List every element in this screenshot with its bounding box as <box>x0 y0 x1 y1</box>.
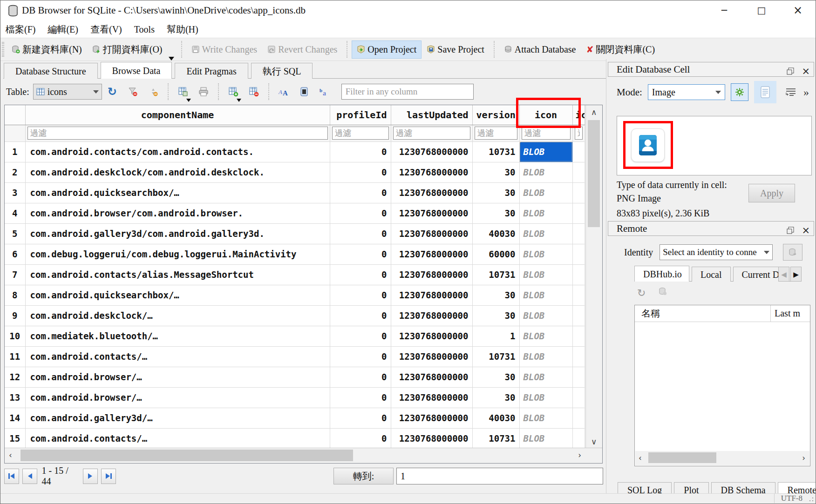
close-database-button[interactable]: ✘ 關閉資料庫(C) <box>581 40 660 60</box>
auto-update-button[interactable] <box>731 83 748 101</box>
cell-componentName[interactable]: com.android.contacts/alias.MessageShortc… <box>25 264 330 285</box>
filter-icon-input[interactable] <box>522 127 571 140</box>
print-button[interactable] <box>197 86 210 98</box>
cell-icon-blob[interactable]: BLOB <box>519 305 572 326</box>
cell-version[interactable]: 1 <box>472 326 519 346</box>
filter-partial-input[interactable] <box>575 127 583 140</box>
insert-record-button[interactable] <box>227 86 239 98</box>
cell-partial[interactable] <box>572 285 585 305</box>
cell-componentName[interactable]: com.debug.loggerui/com.debug.loggerui.Ma… <box>25 244 330 264</box>
cell-componentName[interactable]: com.android.quicksearchbox/… <box>25 182 330 203</box>
goto-input[interactable] <box>396 468 603 484</box>
scroll-right-icon[interactable]: › <box>802 453 805 463</box>
cell-icon-blob[interactable]: BLOB <box>519 428 572 449</box>
cell-icon-blob[interactable]: BLOB <box>519 141 572 162</box>
cell-profileId[interactable]: 0 <box>330 387 391 408</box>
cell-version[interactable]: 30 <box>472 367 519 387</box>
cell-icon-blob[interactable]: BLOB <box>519 223 572 244</box>
cell-componentName[interactable]: com.android.contacts/… <box>25 428 330 449</box>
cell-lastUpdated[interactable]: 1230768000000 <box>391 387 472 408</box>
cell-componentName[interactable]: com.android.browser/… <box>25 367 330 387</box>
save-results-button[interactable] <box>177 86 189 98</box>
cell-icon-blob[interactable]: BLOB <box>519 408 572 428</box>
cell-profileId[interactable]: 0 <box>330 162 391 182</box>
apply-button[interactable]: Apply <box>748 184 795 202</box>
open-project-button[interactable]: Open Project <box>352 40 422 59</box>
cell-componentName[interactable]: com.android.deskclock/… <box>25 305 330 326</box>
write-changes-button[interactable]: Write Changes <box>186 40 263 59</box>
cell-lastUpdated[interactable]: 1230768000000 <box>391 203 472 223</box>
cell-lastUpdated[interactable]: 1230768000000 <box>391 162 472 182</box>
cell-partial[interactable] <box>572 408 585 428</box>
word-wrap-button[interactable] <box>782 83 800 101</box>
cell-lastUpdated[interactable]: 1230768000000 <box>391 326 472 346</box>
cell-version[interactable]: 30 <box>472 387 519 408</box>
new-database-button[interactable]: 新建資料庫(N) <box>7 40 87 60</box>
cell-version[interactable]: 30 <box>472 203 519 223</box>
cell-profileId[interactable]: 0 <box>330 326 391 346</box>
cell-componentName[interactable]: com.android.quicksearchbox/… <box>25 285 330 305</box>
save-results-dropdown-icon[interactable] <box>186 99 191 102</box>
float-panel-icon[interactable] <box>787 67 794 75</box>
cell-lastUpdated[interactable]: 1230768000000 <box>391 408 472 428</box>
cell-profileId[interactable]: 0 <box>330 264 391 285</box>
mode-selector[interactable]: Image <box>648 84 725 100</box>
cell-partial[interactable] <box>572 162 585 182</box>
modified-column-header[interactable]: Last m <box>771 305 800 322</box>
cell-profileId[interactable]: 0 <box>330 141 391 162</box>
identity-selector[interactable]: Select an identity to conne <box>660 244 773 260</box>
cell-version[interactable]: 60000 <box>472 244 519 264</box>
revert-changes-button[interactable]: Revert Changes <box>262 40 342 59</box>
next-record-button[interactable] <box>83 469 98 484</box>
cell-partial[interactable] <box>572 141 585 162</box>
horizontal-scrollbar[interactable]: ‹ › <box>5 448 602 463</box>
filter-componentName-input[interactable] <box>27 127 328 140</box>
remote-refresh-icon[interactable]: ↻ <box>637 287 646 299</box>
previous-record-button[interactable] <box>22 469 37 484</box>
scroll-down-icon[interactable]: ∨ <box>591 437 597 446</box>
column-header-componentName[interactable]: componentName <box>25 105 330 125</box>
menu-edit[interactable]: 編輯(E) <box>42 21 83 38</box>
cell-profileId[interactable]: 0 <box>330 408 391 428</box>
tab-dbhub[interactable]: DBHub.io <box>634 266 689 282</box>
scroll-right-icon[interactable]: › <box>578 450 581 460</box>
cell-profileId[interactable]: 0 <box>330 285 391 305</box>
cell-profileId[interactable]: 0 <box>330 244 391 264</box>
cell-icon-blob[interactable]: BLOB <box>519 326 572 346</box>
cell-lastUpdated[interactable]: 1230768000000 <box>391 141 472 162</box>
minimize-button[interactable]: ─ <box>711 0 737 20</box>
tab-execute-sql[interactable]: 執行 SQL <box>251 63 313 79</box>
refresh-button[interactable]: ↻ <box>106 86 118 98</box>
cell-version[interactable]: 30 <box>472 162 519 182</box>
column-header-lastUpdated[interactable]: lastUpdated <box>391 105 472 125</box>
cell-partial[interactable] <box>572 346 585 367</box>
maximize-button[interactable]: □ <box>748 0 775 20</box>
close-panel-icon[interactable]: × <box>802 64 810 78</box>
cell-componentName[interactable]: com.android.contacts/… <box>25 346 330 367</box>
float-panel-icon[interactable] <box>787 227 794 234</box>
cell-icon-blob[interactable]: BLOB <box>519 264 572 285</box>
open-database-dropdown-icon[interactable] <box>169 57 174 60</box>
cell-componentName[interactable]: com.android.deskclock/com.android.deskcl… <box>25 162 330 182</box>
cell-partial[interactable] <box>572 367 585 387</box>
cell-lastUpdated[interactable]: 1230768000000 <box>391 244 472 264</box>
cell-version[interactable]: 30 <box>472 285 519 305</box>
clear-filters-button[interactable] <box>127 86 139 98</box>
cell-lastUpdated[interactable]: 1230768000000 <box>391 182 472 203</box>
cell-profileId[interactable]: 0 <box>330 223 391 244</box>
cell-version[interactable]: 10731 <box>472 428 519 449</box>
insert-record-dropdown-icon[interactable] <box>237 99 241 102</box>
font-settings-button[interactable]: AA <box>278 86 290 98</box>
name-column-header[interactable]: 名稱 <box>635 305 771 322</box>
cell-profileId[interactable]: 0 <box>330 346 391 367</box>
remote-list-scrollbar-thumb[interactable] <box>648 452 716 463</box>
cell-partial[interactable] <box>572 223 585 244</box>
clone-database-button[interactable] <box>783 244 802 261</box>
cell-version[interactable]: 30 <box>472 305 519 326</box>
cell-componentName[interactable]: com.android.contacts/com.android.contact… <box>25 141 330 162</box>
close-panel-icon[interactable]: × <box>802 223 810 237</box>
cell-version[interactable]: 10731 <box>472 346 519 367</box>
cell-lastUpdated[interactable]: 1230768000000 <box>391 428 472 449</box>
cell-version[interactable]: 40030 <box>472 223 519 244</box>
find-in-table-button[interactable] <box>298 86 310 98</box>
